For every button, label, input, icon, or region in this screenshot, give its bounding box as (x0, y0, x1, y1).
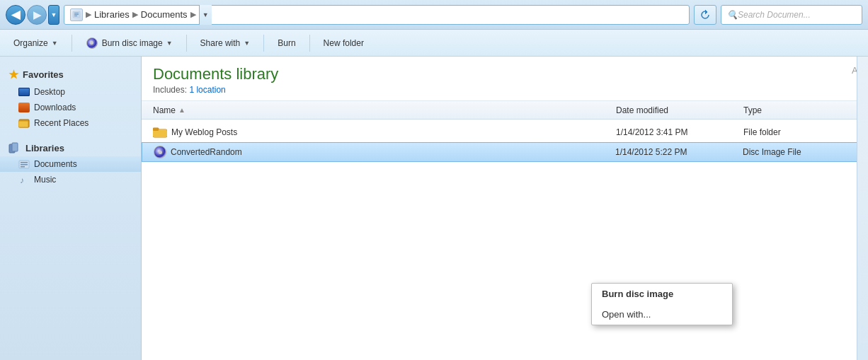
toolbar-sep-4 (309, 35, 310, 52)
recent-places-icon (18, 118, 30, 128)
file-date-1: 1/14/2012 3:41 PM (616, 127, 743, 137)
path-documents[interactable]: Documents (141, 9, 188, 20)
organize-label: Organize (13, 38, 48, 48)
path-arrow-3: ▶ (190, 10, 196, 19)
nav-dropdown-button[interactable]: ▼ (48, 5, 59, 25)
sidebar-item-desktop[interactable]: Desktop (0, 84, 141, 100)
svg-rect-1 (74, 13, 79, 13)
address-path[interactable]: ▶ Libraries ▶ Documents ▶ ▼ (64, 5, 690, 25)
col-name-label: Name (153, 105, 176, 115)
burn-disc-arrow: ▼ (166, 40, 173, 47)
sidebar: ★ Favorites Desktop Downloads Recent Pla… (0, 57, 142, 360)
disc-icon-2 (154, 146, 166, 158)
sidebar-item-documents[interactable]: Documents (0, 156, 141, 172)
table-row[interactable]: ConvertedRandom 1/14/2012 5:22 PM Disc I… (142, 142, 868, 162)
documents-icon (18, 159, 30, 169)
column-headers: Name ▲ Date modified Type (142, 101, 868, 120)
downloads-label: Downloads (34, 103, 76, 112)
share-with-arrow: ▼ (244, 40, 250, 47)
path-arrow-2: ▶ (132, 10, 138, 19)
toolbar-sep-3 (263, 35, 264, 52)
svg-rect-3 (74, 16, 77, 16)
path-end-dropdown[interactable]: ▼ (199, 5, 212, 25)
burn-button[interactable]: Burn (270, 33, 303, 53)
content-header: Documents library Includes: 1 location (142, 57, 868, 101)
table-row[interactable]: My Weblog Posts 1/14/2012 3:41 PM File f… (142, 122, 868, 142)
libraries-section: Libraries (0, 138, 141, 156)
toolbar-sep-1 (72, 35, 72, 52)
sidebar-item-music[interactable]: ♪ Music (0, 172, 141, 187)
libraries-label: Libraries (25, 143, 64, 153)
sidebar-item-downloads[interactable]: Downloads (0, 100, 141, 115)
path-arrow-1: ▶ (86, 10, 91, 19)
svg-rect-11 (21, 164, 28, 166)
music-label: Music (34, 175, 56, 185)
forward-button[interactable]: ▶ (27, 5, 47, 25)
col-sort-icon: ▲ (178, 106, 185, 114)
back-button[interactable]: ◀ (6, 5, 25, 25)
new-folder-label: New folder (324, 38, 364, 48)
share-with-button[interactable]: Share with ▼ (193, 33, 258, 53)
toolbar: Organize ▼ Burn disc image ▼ Share with … (0, 30, 868, 57)
context-menu-burn-disc[interactable]: Burn disc image (592, 284, 732, 304)
col-name-header[interactable]: Name ▲ (153, 105, 616, 115)
file-name-text-1: My Weblog Posts (171, 127, 237, 137)
folder-icon-1 (153, 127, 167, 138)
file-type-1: File folder (743, 127, 857, 137)
sidebar-item-recent-places[interactable]: Recent Places (0, 115, 141, 131)
context-menu-open-with-label: Open with... (602, 309, 651, 320)
address-bar: ◀ ▶ ▼ ▶ Libraries ▶ Documents ▶ ▼ 🔍 Sear… (0, 0, 868, 30)
content-area: Documents library Includes: 1 location N… (142, 57, 868, 360)
main-content: ★ Favorites Desktop Downloads Recent Pla… (0, 57, 868, 360)
svg-rect-8 (12, 143, 18, 151)
nav-buttons: ◀ ▶ ▼ (6, 5, 59, 25)
burn-disc-image-button[interactable]: Burn disc image ▼ (78, 33, 181, 53)
share-with-label: Share with (200, 38, 241, 48)
scrollbar[interactable] (857, 57, 868, 360)
file-type-2: Disc Image File (743, 147, 856, 157)
context-menu-burn-disc-label: Burn disc image (602, 289, 673, 299)
favorites-section: ★ Favorites (0, 64, 141, 84)
col-date-header[interactable]: Date modified (616, 105, 743, 115)
new-folder-button[interactable]: New folder (316, 33, 372, 53)
favorites-label: Favorites (23, 69, 64, 80)
file-name-2: ConvertedRandom (154, 146, 615, 158)
includes-label: Includes: (153, 85, 187, 95)
organize-arrow: ▼ (52, 40, 58, 47)
toolbar-sep-2 (186, 35, 187, 52)
desktop-label: Desktop (34, 87, 65, 97)
svg-rect-10 (21, 162, 28, 163)
search-icon: 🔍 (727, 10, 738, 20)
burn-label: Burn (278, 38, 295, 48)
svg-rect-6 (18, 121, 28, 127)
recent-places-label: Recent Places (34, 118, 88, 128)
desktop-icon (18, 88, 30, 96)
sidebar-spacer (0, 131, 141, 138)
context-menu-open-with[interactable]: Open with... (592, 304, 732, 325)
documents-label: Documents (34, 159, 77, 169)
search-box[interactable]: 🔍 Search Documen... (721, 5, 862, 25)
file-date-2: 1/14/2012 5:22 PM (615, 147, 743, 157)
file-name-text-2: ConvertedRandom (171, 147, 242, 157)
organize-button[interactable]: Organize ▼ (6, 33, 66, 53)
downloads-icon (18, 103, 30, 112)
music-icon: ♪ (18, 175, 30, 185)
refresh-button[interactable] (694, 5, 716, 25)
col-type-header[interactable]: Type (743, 105, 857, 115)
location-link[interactable]: 1 location (189, 85, 225, 95)
library-title: Documents library (153, 65, 857, 83)
svg-rect-12 (21, 166, 25, 168)
context-menu: Burn disc image Open with... (591, 283, 733, 325)
burn-disc-icon (86, 37, 98, 50)
path-libraries[interactable]: Libraries (94, 9, 130, 20)
svg-rect-2 (74, 14, 79, 15)
path-icon (70, 8, 83, 21)
file-list: My Weblog Posts 1/14/2012 3:41 PM File f… (142, 120, 868, 165)
svg-rect-17 (153, 129, 159, 131)
search-placeholder: Search Documen... (738, 10, 811, 20)
burn-disc-label: Burn disc image (102, 38, 163, 48)
star-icon: ★ (8, 68, 18, 81)
library-subtitle: Includes: 1 location (153, 85, 857, 95)
libraries-icon (8, 142, 21, 153)
file-name-1: My Weblog Posts (153, 127, 616, 138)
